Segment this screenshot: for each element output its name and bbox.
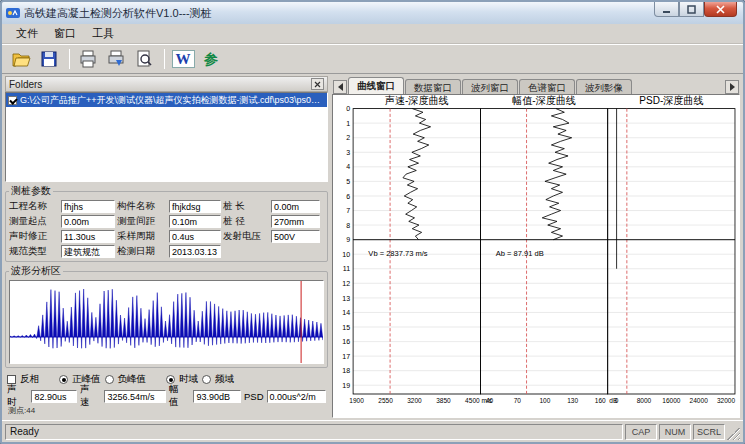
- file-checkbox[interactable]: [8, 96, 17, 105]
- voltage-field[interactable]: 500V: [271, 230, 320, 243]
- svg-text:17: 17: [342, 353, 350, 361]
- svg-text:Vb = 2837.73 m/s: Vb = 2837.73 m/s: [368, 249, 427, 258]
- standard-type-field[interactable]: 建筑规范: [61, 245, 115, 258]
- save-file-button[interactable]: [36, 47, 62, 71]
- test-date-field[interactable]: 2013.03.13: [169, 245, 221, 258]
- project-name-field[interactable]: fhjhs: [61, 200, 115, 213]
- amplitude-value: 93.90dB: [193, 390, 241, 403]
- freq-domain-radio[interactable]: [202, 375, 211, 384]
- svg-text:16000: 16000: [662, 397, 680, 404]
- menu-file[interactable]: 文件: [8, 24, 46, 43]
- resize-grip[interactable]: [727, 427, 740, 440]
- menu-window[interactable]: 窗口: [46, 24, 84, 43]
- print-setup-button[interactable]: [103, 47, 129, 71]
- toolbar-separator: [164, 49, 165, 69]
- param-label: 桩 径: [223, 215, 269, 228]
- print-button[interactable]: [75, 47, 101, 71]
- app-icon: [6, 6, 20, 20]
- status-num: NUM: [659, 424, 691, 440]
- time-domain-radio[interactable]: [166, 375, 175, 384]
- param-label: 桩 长: [223, 200, 269, 213]
- svg-text:3850: 3850: [436, 397, 451, 404]
- file-path: G:\公司产品推广++开发\测试仪器\超声仪实拍检测数据-测试.cdf\ps03…: [20, 94, 325, 107]
- svg-text:24000: 24000: [690, 397, 708, 404]
- export-word-button[interactable]: W: [170, 47, 196, 71]
- param-label: 规范类型: [9, 245, 59, 258]
- magnifier-page-icon: [134, 49, 154, 69]
- pile-params-grid: 工程名称 fhjhs 构件名称 fhjkdsg 桩 长 0.00m 测量起点 0…: [9, 200, 324, 258]
- right-panel: 曲线窗口 数据窗口 波列窗口 色谱窗口 波列影像 012345678910111…: [332, 76, 740, 418]
- folder-open-icon: [11, 49, 31, 69]
- close-icon: [314, 81, 321, 88]
- tab-data-window[interactable]: 数据窗口: [405, 79, 461, 94]
- parameters-button[interactable]: 参: [198, 47, 224, 71]
- svg-text:1: 1: [346, 120, 350, 128]
- minimize-icon: [662, 5, 671, 14]
- menubar: 文件 窗口 工具: [2, 24, 743, 44]
- status-cap: CAP: [625, 424, 657, 440]
- statusbar: Ready CAP NUM SCRL: [2, 420, 743, 442]
- freq-domain-label: 频域: [215, 373, 234, 386]
- negative-peak-radio[interactable]: [105, 375, 114, 384]
- menu-tools[interactable]: 工具: [84, 24, 122, 43]
- tab-curve-window[interactable]: 曲线窗口: [348, 77, 404, 94]
- readout-row: 声 时 82.90us 声 速 3256.54m/s 幅 值 93.90dB P…: [5, 387, 328, 405]
- print-preview-button[interactable]: [131, 47, 157, 71]
- svg-text:40: 40: [486, 397, 494, 404]
- maximize-button[interactable]: [679, 2, 704, 17]
- pile-diameter-field[interactable]: 270mm: [271, 215, 320, 228]
- tab-scroll-left-button[interactable]: [333, 80, 347, 94]
- open-file-button[interactable]: [8, 47, 34, 71]
- printer-icon: [78, 49, 98, 69]
- param-label: 测量起点: [9, 215, 59, 228]
- folders-close-button[interactable]: [311, 78, 324, 90]
- param-label: 测量间距: [117, 215, 167, 228]
- minimize-button[interactable]: [654, 2, 679, 17]
- param-label: 采样周期: [117, 230, 167, 243]
- svg-text:4: 4: [346, 163, 350, 171]
- positive-peak-radio[interactable]: [59, 375, 68, 384]
- close-icon: [716, 5, 725, 14]
- svg-text:18: 18: [342, 367, 350, 375]
- close-button[interactable]: [704, 2, 737, 17]
- param-label: 声时修正: [9, 230, 59, 243]
- svg-text:3200: 3200: [407, 397, 422, 404]
- waveform-group: 波形分析区: [5, 264, 328, 368]
- negative-peak-label: 负峰值: [118, 373, 147, 386]
- main-area: Folders G:\公司产品推广++开发\测试仪器\超声仪实拍检测数据-测试.…: [2, 74, 743, 420]
- waveform-plot[interactable]: [9, 280, 324, 364]
- toolbar-separator: [69, 49, 70, 69]
- svg-text:2: 2: [346, 134, 350, 142]
- file-list-item[interactable]: G:\公司产品推广++开发\测试仪器\超声仪实拍检测数据-测试.cdf\ps03…: [6, 93, 327, 107]
- measure-start-field[interactable]: 0.00m: [61, 215, 115, 228]
- svg-text:8: 8: [346, 222, 350, 230]
- svg-text:5: 5: [346, 178, 350, 186]
- svg-text:7: 7: [346, 207, 350, 215]
- svg-text:13: 13: [342, 294, 350, 302]
- toolbar: W 参: [2, 44, 743, 74]
- svg-text:幅值-深度曲线: 幅值-深度曲线: [512, 95, 576, 106]
- component-name-field[interactable]: fhjkdsg: [169, 200, 221, 213]
- tab-scroll-right-button[interactable]: [725, 80, 739, 94]
- svg-text:3: 3: [346, 149, 350, 157]
- waveform-controls: 反相 正峰值 负峰值 时域 频域: [5, 371, 328, 387]
- time-correction-field[interactable]: 11.30us: [61, 230, 115, 243]
- measure-step-field[interactable]: 0.10m: [169, 215, 221, 228]
- tab-spectrum-window[interactable]: 色谱窗口: [519, 79, 575, 94]
- svg-text:160: 160: [595, 397, 606, 404]
- svg-text:声速-深度曲线: 声速-深度曲线: [385, 95, 449, 106]
- tab-wavetrain-window[interactable]: 波列窗口: [462, 79, 518, 94]
- svg-text:Ab = 87.91 dB: Ab = 87.91 dB: [496, 249, 544, 258]
- svg-text:8000: 8000: [637, 397, 652, 404]
- svg-text:15: 15: [342, 323, 350, 331]
- tab-bar: 曲线窗口 数据窗口 波列窗口 色谱窗口 波列影像: [332, 76, 740, 94]
- svg-text:0: 0: [615, 397, 619, 404]
- folders-pane-title: Folders: [9, 79, 311, 90]
- svg-text:19: 19: [342, 382, 350, 390]
- svg-text:32000: 32000: [717, 397, 735, 404]
- pile-length-field[interactable]: 0.00m: [271, 200, 320, 213]
- sample-period-field[interactable]: 0.4us: [169, 230, 221, 243]
- svg-text:11: 11: [343, 265, 350, 273]
- svg-text:130: 130: [567, 397, 578, 404]
- tab-wavetrain-image[interactable]: 波列影像: [576, 79, 632, 94]
